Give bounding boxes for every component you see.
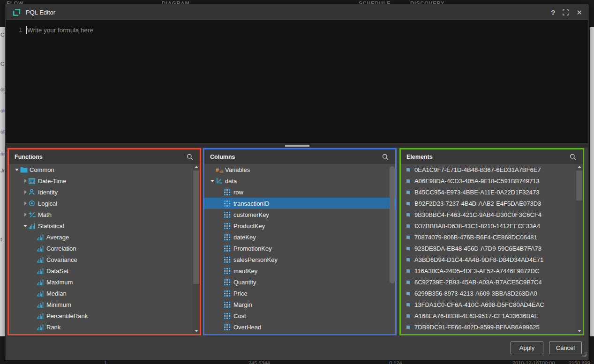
elements-scrollbar[interactable] (576, 164, 583, 334)
caret-right-icon[interactable] (22, 213, 29, 216)
element-item[interactable]: 0EA1C9F7-E71D-4B48-B367-6ED31A7BF6E7 (401, 164, 583, 175)
tree-item-Margin[interactable]: Margin (204, 299, 395, 310)
element-item[interactable]: 70874079-806B-476B-B6F4-CE868DC06481 (401, 231, 583, 243)
apply-button[interactable]: Apply (511, 342, 543, 354)
element-item[interactable]: 7DB9DC91-FF66-402D-8599-BF6AB6A99625 (401, 321, 583, 333)
caret-down-icon[interactable] (14, 169, 20, 171)
tree-item-Quantity[interactable]: Quantity (204, 276, 395, 288)
tree-item-label: Variables (225, 166, 250, 173)
scroll-up-icon[interactable] (193, 164, 200, 170)
tree-item-Correlation[interactable]: Correlation (9, 243, 200, 254)
tree-item-Identity[interactable]: Identity (9, 186, 200, 198)
tree-item-Minimum[interactable]: Minimum (9, 299, 200, 310)
search-icon[interactable] (187, 154, 195, 160)
background-text-fragment: nn (0, 151, 5, 156)
functions-scrollbar[interactable] (193, 164, 200, 334)
tree-item-dateKey[interactable]: dateKey (204, 231, 395, 243)
tree-item-Math[interactable]: Math (9, 209, 200, 220)
tree-item-label: Correlation (46, 245, 76, 252)
element-item[interactable]: 6C92739E-2B93-45AB-A03A-B7ACE5C9B7C4 (401, 276, 583, 288)
caret-down-icon[interactable] (22, 225, 29, 227)
caret-right-icon[interactable] (22, 201, 29, 205)
element-guid: A3BD6D94-D1C4-4A4B-9DF8-D84D34AD4E71 (414, 256, 543, 263)
tree-item-DataSet[interactable]: DataSet (9, 265, 200, 276)
tree-item-salesPersonKey[interactable]: salesPersonKey (204, 254, 395, 265)
scrollbar-thumb[interactable] (390, 166, 395, 283)
element-item[interactable]: D37BBBA8-D638-43C1-8210-1412EECF33A4 (401, 220, 583, 231)
tree-item-Price[interactable]: Price (204, 288, 395, 299)
tree-item-Date-Time[interactable]: Date-Time (9, 175, 200, 186)
element-item[interactable]: A3BD6D94-D1C4-4A4B-9DF8-D84D34AD4E71 (401, 254, 583, 265)
scrollbar-thumb[interactable] (576, 171, 582, 201)
element-guid: D37BBBA8-D638-43C1-8210-1412EECF33A4 (414, 223, 540, 230)
tree-item-data[interactable]: data (204, 175, 395, 186)
element-bullet-icon (406, 179, 410, 183)
background-text-fragment: Jn (0, 168, 5, 173)
element-bullet-icon (406, 314, 410, 318)
tree-item-Average[interactable]: Average (9, 231, 200, 243)
tree-item-Median[interactable]: Median (9, 288, 200, 299)
tree-item-row[interactable]: row (204, 186, 395, 198)
stats-icon (37, 234, 45, 240)
caret-right-icon[interactable] (22, 179, 29, 183)
element-item[interactable]: B92F2D23-7237-4B4D-AAB2-E4F5DAE073D3 (401, 198, 583, 209)
scroll-up-icon[interactable] (576, 164, 583, 170)
element-item[interactable]: A06E98DA-4CD3-405A-9F18-C591BB749713 (401, 175, 583, 186)
grid-icon (224, 313, 233, 319)
maximize-icon[interactable] (563, 9, 569, 15)
search-icon[interactable] (382, 154, 391, 160)
tree-item-label: Margin (233, 301, 252, 308)
tree-item-transactionID[interactable]: transactionID (204, 198, 395, 209)
element-item[interactable]: 13FDA1C0-CF6A-410C-A698-D5FC80AD4EAC (401, 299, 583, 310)
pql-editor-dialog: PQL Editor ? ✕ 1 Write your formula here… (6, 4, 588, 360)
tree-item-Variables[interactable]: #@Variables (204, 164, 395, 175)
scroll-down-icon[interactable] (193, 328, 200, 334)
tree-item-ProductKey[interactable]: ProductKey (204, 220, 395, 231)
tree-item-manfKey[interactable]: manfKey (204, 265, 395, 276)
search-icon[interactable] (570, 154, 578, 160)
element-item[interactable]: 6299B356-8973-4213-A609-3BBA8D263DA0 (401, 288, 583, 299)
caret-right-icon[interactable] (22, 190, 29, 194)
caret-down-icon[interactable] (209, 180, 216, 182)
formula-editor[interactable]: 1 Write your formula here (6, 20, 588, 143)
tree-item-Cost[interactable]: Cost (204, 310, 395, 321)
element-bullet-icon (406, 213, 410, 216)
tree-item-Logical[interactable]: Logical (9, 198, 200, 209)
resize-grip-icon[interactable] (581, 350, 586, 358)
element-item[interactable]: 116A30CA-24D5-4DF3-AF52-A7446F9872DC (401, 265, 583, 276)
scroll-down-icon[interactable] (576, 328, 583, 334)
splitter-handle-icon[interactable] (285, 144, 309, 148)
tree-item-Rank[interactable]: Rank (9, 321, 200, 333)
math-icon (29, 212, 37, 218)
person-icon (29, 189, 37, 195)
tree-item-PromotionKey[interactable]: PromotionKey (204, 243, 395, 254)
element-guid: A06E98DA-4CD3-405A-9F18-C591BB749713 (414, 178, 540, 185)
grid-icon (224, 257, 233, 263)
background-grid-fragment: 245.5344 (248, 360, 270, 364)
element-item[interactable]: 9B30BBC4-F463-421C-9AB4-D30C0F3C6CF4 (401, 209, 583, 220)
element-item[interactable]: B45CC954-E973-4BBE-A11E-0A22D1F32473 (401, 186, 583, 198)
tree-item-Maximum[interactable]: Maximum (9, 276, 200, 288)
element-item[interactable]: 923DE8DA-EB48-456D-A7D9-59C6E4B7FA73 (401, 243, 583, 254)
tree-item-OverHead[interactable]: OverHead (204, 321, 395, 333)
cancel-button[interactable]: Cancel (549, 342, 582, 354)
element-item[interactable]: A168EA76-8B38-4E63-9517-CF1A33636BAE (401, 310, 583, 321)
tree-item-label: Rank (46, 324, 60, 331)
stats-icon (37, 257, 45, 263)
close-icon[interactable]: ✕ (576, 9, 582, 16)
element-bullet-icon (406, 168, 410, 171)
tree-item-PercentileRank[interactable]: PercentileRank (9, 310, 200, 321)
tree-item-Statistical[interactable]: Statistical (9, 220, 200, 231)
tree-item-label: ProductKey (233, 223, 265, 230)
stats-icon (37, 313, 45, 319)
help-icon[interactable]: ? (551, 9, 555, 16)
columns-tree: #@VariablesdatarowtransactionIDcustomerK… (204, 164, 395, 334)
tree-item-customerKey[interactable]: customerKey (204, 209, 395, 220)
columns-scrollbar[interactable] (389, 164, 395, 334)
tree-item-Common[interactable]: Common (9, 164, 200, 175)
background-text-fragment: t (0, 237, 2, 242)
tree-item-Covariance[interactable]: Covariance (9, 254, 200, 265)
dialog-footer: Apply Cancel (6, 336, 588, 360)
tree-item-label: Maximum (46, 279, 73, 286)
scrollbar-thumb[interactable] (193, 171, 199, 284)
